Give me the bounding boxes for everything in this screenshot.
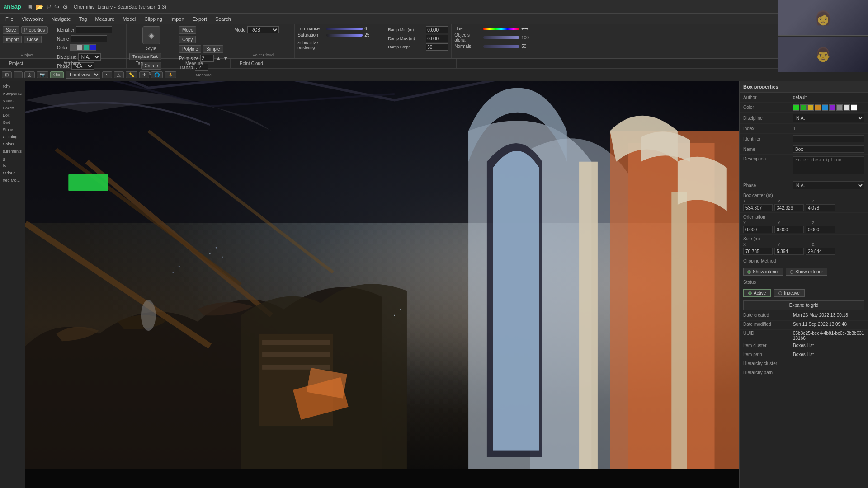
sidebar-box[interactable]: Box xyxy=(1,112,24,118)
menu-export[interactable]: Export xyxy=(189,15,211,23)
sidebar-clipping[interactable]: Clipping ... xyxy=(1,134,24,140)
menu-viewpoint[interactable]: Viewpoint xyxy=(18,15,47,23)
tool-globe[interactable]: 🌐 xyxy=(151,71,163,78)
sidebar-g[interactable]: g xyxy=(1,155,24,162)
move-button[interactable]: Move xyxy=(179,26,196,34)
panel-name-row: Name xyxy=(740,144,868,155)
ramp-min-input[interactable] xyxy=(426,26,448,33)
size-x[interactable] xyxy=(743,248,773,255)
sidebar-point-cloud-o[interactable]: t Cloud O... xyxy=(1,170,24,176)
tool-ruler[interactable]: 📏 xyxy=(126,71,137,78)
menu-import[interactable]: Import xyxy=(167,15,188,23)
color-box-5[interactable] xyxy=(822,104,828,111)
copy-button[interactable]: Copy xyxy=(179,36,196,43)
view-target-btn[interactable]: ◎ xyxy=(24,71,35,78)
view-grid-btn[interactable]: ⊞ xyxy=(2,71,12,78)
hue-slider[interactable] xyxy=(483,28,519,30)
view-ocr-btn[interactable]: Ocr xyxy=(50,71,64,78)
luminance-slider[interactable] xyxy=(326,28,363,30)
view-box-btn[interactable]: □ xyxy=(14,71,23,78)
properties-button[interactable]: Properties xyxy=(21,26,48,34)
name-input[interactable] xyxy=(71,35,107,42)
menu-file[interactable]: File xyxy=(2,15,17,23)
color-box-3[interactable] xyxy=(807,104,814,111)
menu-measure[interactable]: Measure xyxy=(91,15,118,23)
identifier-input[interactable] xyxy=(76,26,112,33)
open-icon[interactable]: 📂 xyxy=(36,3,43,10)
color-swatch-4[interactable] xyxy=(90,44,96,51)
redo-icon[interactable]: ↪ xyxy=(54,3,60,10)
tool-move[interactable]: ✛ xyxy=(139,71,149,78)
ramp-steps-input[interactable] xyxy=(426,43,448,51)
view-camera-btn[interactable]: 📷 xyxy=(37,71,48,78)
phase-select-panel[interactable]: N.A. xyxy=(793,181,864,189)
orient-z[interactable] xyxy=(806,226,835,233)
svg-rect-23 xyxy=(68,174,108,191)
size-z[interactable] xyxy=(806,248,835,255)
sidebar-hierarchy[interactable]: rchy xyxy=(1,83,24,89)
color-box-6[interactable] xyxy=(829,104,835,111)
active-btn[interactable]: Active xyxy=(743,289,771,297)
sidebar-status[interactable]: Status xyxy=(1,127,24,133)
normals-slider[interactable] xyxy=(483,45,519,48)
objects-alpha-slider[interactable] xyxy=(483,36,519,39)
box-center-x[interactable] xyxy=(743,204,773,211)
size-y[interactable] xyxy=(774,248,804,255)
import-button[interactable]: Import xyxy=(3,36,22,43)
color-box-4[interactable] xyxy=(815,104,821,111)
view-mode-dropdown[interactable]: Front view xyxy=(66,71,100,79)
tool-arrow[interactable]: ↖ xyxy=(102,71,112,78)
new-icon[interactable]: 🗎 xyxy=(27,3,33,10)
show-interior-label: Show interior xyxy=(753,269,779,274)
save-button[interactable]: Save xyxy=(3,26,19,34)
close-button[interactable]: Close xyxy=(24,36,42,43)
color-box-9[interactable] xyxy=(851,104,857,111)
color-box-8[interactable] xyxy=(844,104,850,111)
menu-model[interactable]: Model xyxy=(119,15,140,23)
sidebar-ts[interactable]: ts xyxy=(1,163,24,169)
name-input-panel[interactable] xyxy=(793,145,864,153)
show-interior-btn[interactable]: Show interior xyxy=(743,268,783,276)
mode-select[interactable]: RGB xyxy=(247,26,279,33)
menu-search[interactable]: Search xyxy=(212,15,235,23)
inactive-btn[interactable]: Inactive xyxy=(774,289,804,297)
sidebar-scans[interactable]: scans xyxy=(1,98,24,104)
sidebar-boxes[interactable]: Boxes ... xyxy=(1,105,24,111)
style-button[interactable]: ◈ xyxy=(142,26,160,44)
polyline-button[interactable]: Polyline xyxy=(179,45,201,53)
menu-tag[interactable]: Tag xyxy=(75,15,91,23)
color-swatch-3[interactable] xyxy=(83,44,90,51)
luminance-value: 6 xyxy=(364,26,376,31)
color-box-1[interactable] xyxy=(793,104,799,111)
color-box-7[interactable] xyxy=(836,104,843,111)
show-exterior-btn[interactable]: Show exterior xyxy=(786,268,827,276)
identifier-input-panel[interactable] xyxy=(793,135,864,142)
menu-navigate[interactable]: Navigate xyxy=(47,15,74,23)
hue-arrows[interactable]: ⬅➡ xyxy=(521,26,533,31)
description-textarea[interactable] xyxy=(793,156,864,174)
orient-y[interactable] xyxy=(774,226,804,233)
sidebar-measurements[interactable]: surements xyxy=(1,148,24,155)
settings-icon[interactable]: ⚙ xyxy=(62,3,68,10)
undo-icon[interactable]: ↩ xyxy=(46,3,52,10)
orient-x[interactable] xyxy=(743,226,773,233)
viewport[interactable] xyxy=(25,81,739,488)
discipline-select-panel[interactable]: N.A. xyxy=(793,114,864,122)
menu-clipping[interactable]: Clipping xyxy=(141,15,166,23)
color-box-2[interactable] xyxy=(800,104,807,111)
sidebar-viewpoints[interactable]: viewpoints xyxy=(1,90,24,97)
color-swatch-1[interactable] xyxy=(70,44,76,51)
expand-to-grid-btn[interactable]: Expand to grid xyxy=(743,300,864,310)
box-center-y[interactable] xyxy=(774,204,804,211)
tool-triangle[interactable]: △ xyxy=(114,71,124,78)
color-swatch-2[interactable] xyxy=(76,44,83,51)
box-center-z[interactable] xyxy=(806,204,835,211)
sidebar-colors[interactable]: Colors xyxy=(1,141,24,147)
menu-bar: File Viewpoint Navigate Tag Measure Mode… xyxy=(0,14,868,24)
tool-person[interactable]: 🧍 xyxy=(165,71,176,78)
simple-button[interactable]: Simple xyxy=(203,45,223,53)
saturation-slider[interactable] xyxy=(326,34,363,37)
ramp-max-input[interactable] xyxy=(426,35,448,42)
sidebar-grid[interactable]: Grid xyxy=(1,119,24,126)
sidebar-rted-mo[interactable]: rted Mo... xyxy=(1,177,24,183)
